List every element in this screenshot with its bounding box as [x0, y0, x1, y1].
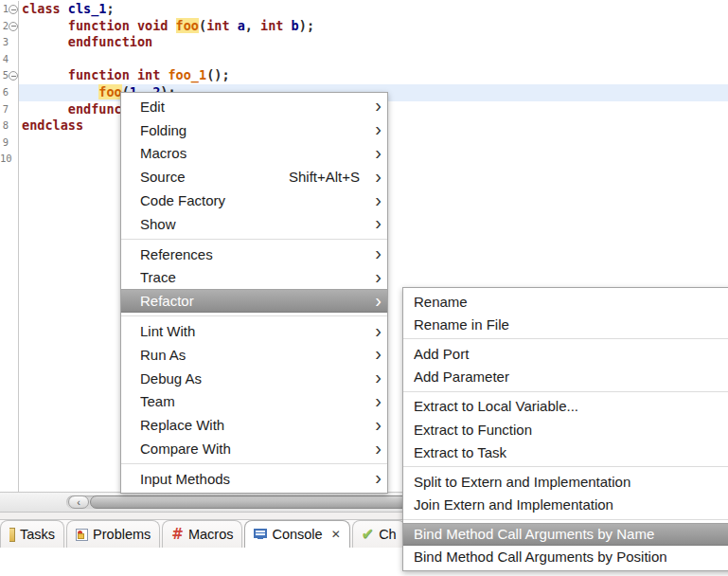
submenu-arrow-icon: ›	[369, 368, 382, 387]
line-number-ruler[interactable]: 12345678910	[0, 1, 19, 493]
menu-item-label: Folding	[140, 122, 369, 138]
menu-item-label: Compare With	[140, 441, 369, 457]
menu-item-run-as[interactable]: Run As›	[121, 343, 387, 367]
code-token: endclass	[22, 117, 83, 133]
menu-item-label: Show	[140, 216, 369, 232]
tab-label: Tasks	[20, 527, 55, 542]
line-number-row: 10	[0, 151, 18, 168]
tab-label: Ch	[379, 527, 397, 542]
menu-item-edit[interactable]: Edit›	[121, 95, 387, 118]
code-token	[168, 18, 175, 33]
code-token: int	[260, 18, 283, 33]
tab-problems[interactable]: Problems	[66, 520, 160, 548]
menu-item-replace-with[interactable]: Replace With›	[121, 413, 387, 437]
code-token: ();	[206, 67, 229, 82]
submenu-arrow-icon: ›	[369, 243, 382, 262]
fold-minus-icon[interactable]	[9, 5, 18, 14]
menu-item-refactor[interactable]: Refactor›	[121, 289, 387, 313]
problems-icon	[76, 529, 88, 541]
line-number: 4	[0, 51, 9, 68]
code-line[interactable]	[22, 51, 314, 68]
menu-item-show[interactable]: Show›	[121, 212, 387, 236]
line-number-row: 8	[0, 117, 18, 135]
menu-item-label: Extract to Task	[414, 444, 728, 460]
line-number: 5	[0, 67, 9, 84]
menu-item-rename-in-file[interactable]: Rename in File	[403, 313, 728, 335]
submenu-arrow-icon: ›	[369, 119, 382, 138]
code-token: ;	[106, 1, 114, 16]
submenu-arrow-icon: ›	[369, 391, 382, 410]
menu-item-split-to-extern-and-implementation[interactable]: Split to Extern and Implementation	[403, 470, 728, 493]
tasks-icon	[9, 528, 15, 542]
code-token	[130, 67, 137, 82]
tab-macros[interactable]: #Macros	[162, 520, 242, 548]
code-token: );	[299, 18, 314, 33]
tab-tasks[interactable]: Tasks	[0, 520, 64, 548]
submenu-arrow-icon: ›	[369, 167, 382, 186]
menu-item-label: Bind Method Call Arguments by Position	[414, 549, 728, 565]
fold-minus-icon[interactable]	[9, 22, 18, 31]
menu-item-trace[interactable]: Trace›	[121, 266, 387, 290]
code-token: (	[199, 18, 206, 33]
line-number-row: 4	[0, 51, 18, 68]
close-icon[interactable]: ✕	[331, 528, 341, 541]
menu-item-label: Extract to Local Variable...	[414, 398, 728, 414]
code-token	[130, 18, 137, 33]
tab-label: Console	[272, 527, 322, 542]
menu-item-bind-method-call-arguments-by-name[interactable]: Bind Method Call Arguments by Name	[403, 523, 728, 546]
code-token	[22, 18, 68, 33]
code-token: a	[238, 18, 245, 33]
code-line[interactable]: endfunction	[22, 34, 314, 51]
menu-item-join-extern-and-implementation[interactable]: Join Extern and Implementation	[403, 494, 728, 516]
menu-separator	[403, 338, 728, 339]
menu-item-lint-with[interactable]: Lint With›	[121, 319, 387, 343]
code-token: function	[68, 67, 130, 82]
menu-item-add-parameter[interactable]: Add Parameter	[403, 366, 728, 388]
menu-item-debug-as[interactable]: Debug As›	[121, 367, 387, 390]
menu-separator	[121, 315, 387, 316]
line-number-row: 7	[0, 101, 18, 118]
code-line[interactable]: class cls_1;	[22, 1, 314, 18]
checks-icon: ✔	[362, 527, 374, 542]
tab-ch[interactable]: ✔Ch	[352, 520, 406, 548]
submenu-arrow-icon: ›	[369, 439, 382, 458]
menu-item-label: References	[140, 246, 369, 262]
line-number: 9	[0, 135, 9, 152]
line-number-row: 9	[0, 135, 18, 152]
menu-item-folding[interactable]: Folding›	[121, 118, 387, 142]
tab-label: Problems	[93, 527, 151, 542]
menu-item-bind-method-call-arguments-by-position[interactable]: Bind Method Call Arguments by Position	[403, 546, 728, 568]
code-token	[283, 18, 291, 33]
menu-item-label: Rename in File	[414, 316, 728, 333]
menu-item-label: Split to Extern and Implementation	[414, 474, 728, 490]
menu-item-rename[interactable]: Rename	[403, 290, 728, 313]
code-token: cls_1	[68, 1, 107, 16]
menu-item-code-factory[interactable]: Code Factory›	[121, 189, 387, 212]
menu-item-references[interactable]: References›	[121, 243, 387, 266]
menu-item-label: Source	[140, 169, 289, 185]
code-line[interactable]: function int foo_1();	[22, 67, 314, 84]
scrollbar-left-arrow-icon[interactable]: ‹	[68, 495, 89, 509]
menu-item-extract-to-local-variable[interactable]: Extract to Local Variable...	[403, 395, 728, 418]
line-number-row: 5	[0, 67, 18, 84]
menu-item-input-methods[interactable]: Input Methods›	[121, 467, 387, 491]
menu-item-extract-to-function[interactable]: Extract to Function	[403, 418, 728, 441]
menu-separator	[403, 519, 728, 520]
code-token: ,	[245, 18, 260, 33]
menu-item-compare-with[interactable]: Compare With›	[121, 437, 387, 460]
submenu-arrow-icon: ›	[369, 267, 382, 286]
menu-item-source[interactable]: SourceShift+Alt+S›	[121, 165, 387, 189]
menu-item-extract-to-task[interactable]: Extract to Task	[403, 441, 728, 463]
fold-minus-icon[interactable]	[9, 71, 18, 81]
tab-console[interactable]: Console✕	[244, 520, 349, 548]
menu-separator	[403, 466, 728, 467]
menu-item-macros[interactable]: Macros›	[121, 142, 387, 166]
menu-item-add-port[interactable]: Add Port	[403, 342, 728, 365]
code-token	[22, 67, 68, 82]
submenu-arrow-icon: ›	[369, 321, 382, 340]
line-number-row: 2	[0, 18, 18, 35]
menu-item-label: Replace With	[140, 417, 369, 433]
code-line[interactable]: function void foo(int a, int b);	[22, 18, 314, 35]
code-token: b	[292, 18, 299, 33]
menu-item-team[interactable]: Team›	[121, 390, 387, 414]
